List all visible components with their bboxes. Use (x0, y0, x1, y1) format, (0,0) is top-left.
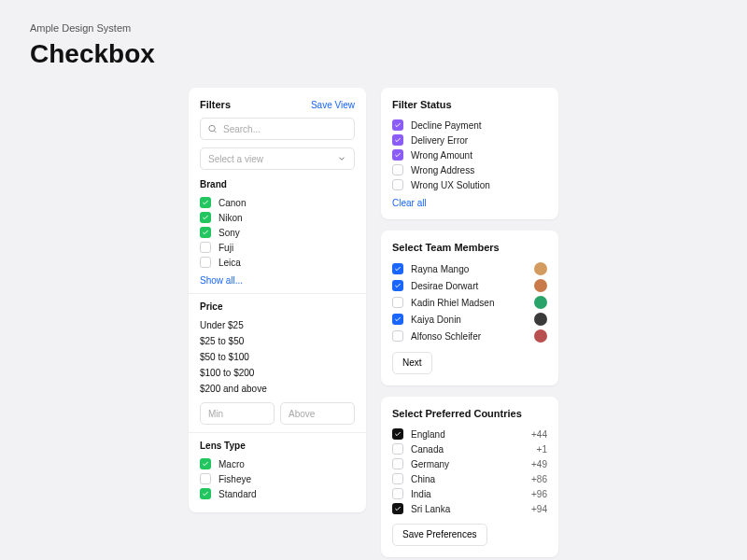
country-row[interactable]: Canada+1 (392, 441, 547, 456)
checkbox[interactable] (392, 473, 403, 484)
search-input[interactable] (200, 118, 355, 140)
checkbox-row[interactable]: Standard (200, 486, 355, 501)
avatar (534, 296, 547, 309)
price-min-input[interactable] (200, 402, 275, 425)
checkbox-row[interactable]: Fisheye (200, 471, 355, 486)
checkbox-label: Fisheye (218, 474, 251, 484)
price-range-row[interactable]: $50 to $100 (200, 349, 355, 365)
divider (189, 432, 366, 433)
checkbox-row[interactable]: Delivery Error (392, 133, 547, 147)
price-range-row[interactable]: $25 to $50 (200, 333, 355, 349)
checkbox[interactable] (392, 488, 403, 499)
checkbox-label: Canon (218, 198, 246, 208)
checkbox-label: Rayna Mango (411, 264, 527, 274)
checkbox[interactable] (200, 242, 211, 253)
checkbox-label: Wrong UX Solution (411, 180, 490, 190)
team-row[interactable]: Kadin Rhiel Madsen (392, 294, 547, 311)
checkbox[interactable] (392, 149, 403, 161)
checkbox[interactable] (200, 212, 211, 223)
checkbox[interactable] (392, 503, 403, 514)
checkbox-row[interactable]: Sony (200, 225, 355, 240)
clear-all-link[interactable]: Clear all (392, 198, 427, 208)
checkbox[interactable] (392, 443, 403, 455)
eyebrow: Ample Design System (30, 22, 717, 34)
checkbox-label: Sony (218, 228, 240, 238)
checkbox[interactable] (392, 330, 403, 342)
checkbox-row[interactable]: Wrong Address (392, 162, 547, 177)
checkbox[interactable] (392, 164, 403, 175)
country-row[interactable]: China+86 (392, 471, 547, 486)
checkbox-row[interactable]: Wrong Amount (392, 147, 547, 162)
checkbox-row[interactable]: Decline Payment (392, 118, 547, 133)
checkbox-label: Leica (218, 258, 241, 268)
checkbox-label: Standard (218, 489, 257, 499)
checkbox[interactable] (392, 119, 403, 131)
checkbox-row[interactable]: Wrong UX Solution (392, 177, 547, 192)
filters-card: Filters Save View Select a view Brand Ca… (189, 88, 366, 512)
country-row[interactable]: Sri Lanka+94 (392, 501, 547, 516)
checkbox[interactable] (200, 257, 211, 268)
checkbox[interactable] (200, 458, 211, 469)
checkbox-label: Sri Lanka (411, 504, 524, 514)
checkbox-label: Desirae Dorwart (411, 281, 527, 291)
checkbox[interactable] (392, 280, 403, 291)
checkbox-row[interactable]: Nikon (200, 210, 355, 225)
checkbox-row[interactable]: Fuji (200, 240, 355, 255)
checkbox[interactable] (200, 488, 211, 499)
view-select[interactable]: Select a view (200, 147, 355, 170)
filters-title: Filters (200, 99, 231, 110)
checkbox-label: Alfonso Schleifer (411, 331, 527, 342)
country-row[interactable]: India+96 (392, 486, 547, 501)
checkbox[interactable] (392, 134, 403, 146)
avatar (534, 313, 547, 326)
view-select-placeholder: Select a view (208, 154, 263, 164)
countries-card: Select Preferred Countries England+44Can… (381, 397, 558, 557)
price-range-row[interactable]: $100 to $200 (200, 365, 355, 381)
team-row[interactable]: Alfonso Schleifer (392, 328, 547, 344)
checkbox[interactable] (200, 473, 211, 484)
price-label: Price (200, 301, 355, 312)
search-icon (207, 124, 218, 134)
checkbox[interactable] (200, 197, 211, 208)
checkbox[interactable] (392, 428, 403, 440)
checkbox[interactable] (200, 227, 211, 238)
next-button[interactable]: Next (392, 352, 432, 374)
country-row[interactable]: England+44 (392, 427, 547, 441)
checkbox-label: Kadin Rhiel Madsen (411, 298, 527, 308)
svg-point-0 (209, 125, 215, 131)
avatar (534, 329, 547, 343)
checkbox-row[interactable]: Canon (200, 195, 355, 210)
checkbox-label: Canada (411, 444, 529, 455)
team-row[interactable]: Rayna Mango (392, 260, 547, 277)
checkbox-label: Decline Payment (411, 120, 482, 131)
checkbox-label: China (411, 474, 524, 484)
checkbox[interactable] (392, 458, 403, 469)
checkbox-label: Delivery Error (411, 135, 468, 146)
price-range-row[interactable]: Under $25 (200, 317, 355, 333)
lens-label: Lens Type (200, 441, 355, 451)
save-view-link[interactable]: Save View (311, 100, 355, 110)
divider (189, 293, 366, 294)
team-title: Select Team Members (392, 242, 547, 253)
checkbox[interactable] (392, 263, 403, 274)
price-above-input[interactable] (280, 402, 355, 425)
dial-code: +44 (531, 429, 547, 440)
checkbox[interactable] (392, 314, 403, 325)
chevron-down-icon (337, 154, 346, 163)
country-row[interactable]: Germany+49 (392, 456, 547, 471)
checkbox[interactable] (392, 297, 403, 308)
brand-show-all[interactable]: Show all... (200, 275, 355, 286)
checkbox-label: India (411, 489, 524, 499)
checkbox[interactable] (392, 179, 403, 190)
checkbox-row[interactable]: Macro (200, 456, 355, 471)
checkbox-row[interactable]: Leica (200, 255, 355, 270)
team-row[interactable]: Desirae Dorwart (392, 277, 547, 294)
team-row[interactable]: Kaiya Donin (392, 311, 547, 328)
page-title: Checkbox (30, 39, 717, 69)
avatar (534, 262, 547, 275)
dial-code: +86 (531, 474, 547, 484)
checkbox-label: England (411, 429, 524, 440)
avatar (534, 279, 547, 292)
save-preferences-button[interactable]: Save Preferences (392, 524, 487, 546)
price-range-row[interactable]: $200 and above (200, 381, 355, 397)
